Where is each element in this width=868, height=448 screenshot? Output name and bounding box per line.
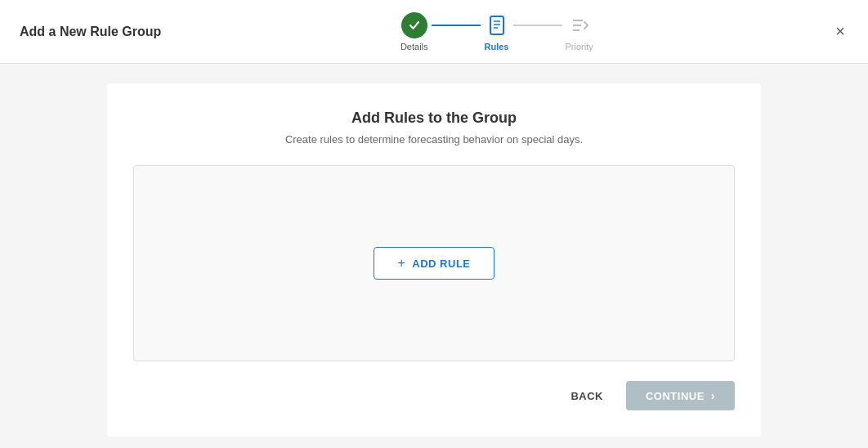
- step-details: Details: [400, 12, 428, 52]
- add-rule-button[interactable]: + ADD RULE: [374, 247, 494, 280]
- step-rules-icon: [484, 12, 510, 38]
- plus-icon: +: [397, 256, 405, 271]
- step-details-icon: [401, 12, 427, 38]
- step-priority-icon: [566, 12, 593, 38]
- step-rules: Rules: [484, 12, 510, 52]
- chevron-right-icon: ›: [711, 389, 715, 402]
- step-priority-label: Priority: [566, 42, 593, 52]
- add-rule-label: ADD RULE: [412, 258, 470, 270]
- card-footer: BACK CONTINUE ›: [133, 381, 735, 410]
- svg-rect-0: [490, 16, 503, 34]
- card-title: Add Rules to the Group: [351, 110, 517, 127]
- continue-label: CONTINUE: [646, 390, 705, 402]
- modal-container: Add a New Rule Group Details: [0, 0, 868, 448]
- step-connector-1: [432, 25, 481, 26]
- step-rules-label: Rules: [485, 42, 509, 52]
- close-button[interactable]: ×: [832, 19, 848, 44]
- card: Add Rules to the Group Create rules to d…: [107, 83, 761, 437]
- step-details-label: Details: [400, 42, 428, 52]
- modal-body: Add Rules to the Group Create rules to d…: [0, 64, 868, 448]
- back-button[interactable]: BACK: [557, 382, 616, 410]
- card-subtitle: Create rules to determine forecasting be…: [285, 133, 583, 146]
- continue-button[interactable]: CONTINUE ›: [626, 381, 735, 410]
- stepper: Details Rules: [400, 12, 593, 52]
- modal-header: Add a New Rule Group Details: [0, 0, 868, 64]
- modal-title: Add a New Rule Group: [20, 25, 161, 39]
- rules-area: + ADD RULE: [133, 165, 735, 361]
- close-icon: ×: [835, 22, 845, 41]
- step-connector-2: [513, 25, 562, 26]
- step-priority: Priority: [566, 12, 593, 52]
- back-label: BACK: [570, 390, 603, 402]
